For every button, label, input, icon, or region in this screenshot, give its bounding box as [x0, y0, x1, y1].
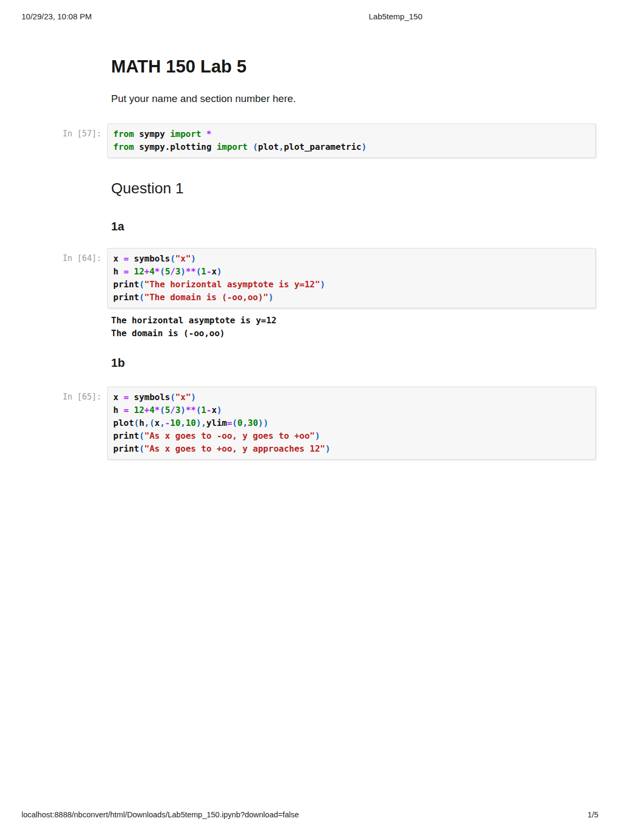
- print-datetime: 10/29/23, 10:08 PM: [21, 12, 92, 21]
- prompt-spacer: [54, 340, 107, 345]
- notebook-content: MATH 150 Lab 5 Put your name and section…: [0, 0, 644, 460]
- prompt-spacer: [54, 313, 107, 318]
- output-text-64: The horizontal asymptote is y=12 The dom…: [107, 313, 596, 340]
- markdown-cell-title: MATH 150 Lab 5 Put your name and section…: [54, 56, 596, 105]
- part-1b-heading: 1b: [111, 356, 596, 371]
- part-1a-heading: 1a: [111, 219, 596, 234]
- print-source-url: localhost:8888/nbconvert/html/Downloads/…: [21, 810, 299, 819]
- print-page-indicator: 1/5: [588, 810, 598, 819]
- prompt-spacer: [54, 158, 107, 163]
- print-header: 10/29/23, 10:08 PM Lab5temp_150: [21, 12, 623, 23]
- code-input-65: x = symbols("x")h = 12+4*(5/3)**(1-x)plo…: [107, 387, 596, 460]
- input-prompt-65: In [65]:: [54, 387, 107, 402]
- question-1-heading: Question 1: [111, 178, 596, 199]
- code-input-64: x = symbols("x")h = 12+4*(5/3)**(1-x)pri…: [107, 248, 596, 308]
- markdown-cell-question1: Question 1 1a: [54, 158, 596, 234]
- markdown-cell-1b: 1b: [54, 340, 596, 371]
- code-cell-57: In [57]: from sympy import *from sympy.p…: [54, 124, 596, 158]
- print-footer: localhost:8888/nbconvert/html/Downloads/…: [21, 810, 623, 820]
- code-input-57: from sympy import *from sympy.plotting i…: [107, 124, 596, 158]
- code-cell-65: In [65]: x = symbols("x")h = 12+4*(5/3)*…: [54, 387, 596, 460]
- input-prompt-57: In [57]:: [54, 124, 107, 139]
- print-doc-title: Lab5temp_150: [369, 12, 422, 21]
- prompt-spacer: [54, 56, 107, 61]
- code-cell-64: In [64]: x = symbols("x")h = 12+4*(5/3)*…: [54, 248, 596, 308]
- notebook-title: MATH 150 Lab 5: [111, 56, 596, 77]
- input-prompt-64: In [64]:: [54, 248, 107, 264]
- output-cell-64: The horizontal asymptote is y=12 The dom…: [54, 313, 596, 340]
- notebook-subtitle: Put your name and section number here.: [111, 92, 596, 105]
